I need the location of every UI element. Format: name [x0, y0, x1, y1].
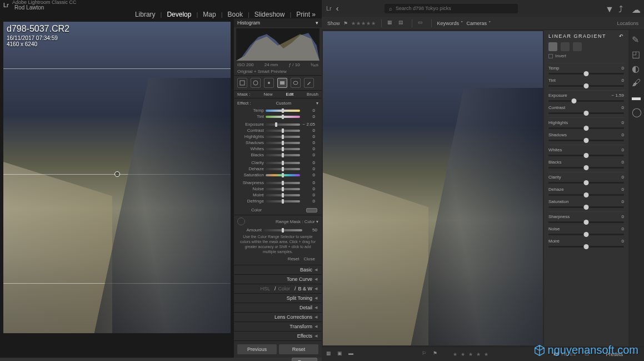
cc-slider-highlights[interactable]: [548, 127, 624, 129]
mask-brush[interactable]: Brush: [307, 92, 318, 97]
cloud-icon[interactable]: ☁: [632, 4, 640, 12]
done-button[interactable]: Done: [292, 358, 317, 361]
slider-dehaze[interactable]: [266, 168, 300, 170]
cc-slider-noise[interactable]: [548, 234, 624, 235]
cc-slider-shadows[interactable]: [548, 140, 624, 141]
slider-shadows[interactable]: [266, 142, 300, 144]
zoom-1to1[interactable]: 1:1: [570, 352, 576, 357]
cc-slider-temp[interactable]: [548, 73, 624, 75]
radial-tool[interactable]: [291, 78, 301, 88]
view-icon-2[interactable]: ▤: [398, 19, 406, 27]
histogram-header[interactable]: Histogram ▾: [234, 18, 322, 27]
cc-canvas[interactable]: [322, 30, 544, 347]
gradient-tool[interactable]: [277, 78, 287, 88]
panel-tone-curve[interactable]: Tone Curve◀: [234, 274, 322, 284]
slider-highlights[interactable]: [266, 136, 300, 138]
gradient-pin[interactable]: [114, 171, 120, 177]
cc-slider-sharpness[interactable]: [548, 221, 624, 223]
cc-slider-moiré[interactable]: [548, 246, 624, 248]
close-link[interactable]: Close: [304, 256, 315, 261]
cc-slider-clarity[interactable]: [548, 182, 624, 184]
eyedropper-icon[interactable]: [237, 217, 245, 225]
color-swatch[interactable]: [306, 208, 317, 212]
effect-preset[interactable]: Custom: [276, 101, 292, 106]
mask-edit[interactable]: Edit: [286, 92, 293, 97]
amount-slider[interactable]: [263, 229, 302, 231]
crop-tool[interactable]: [237, 78, 247, 88]
view-icon-3[interactable]: ▭: [418, 19, 426, 27]
nav-map[interactable]: Map: [200, 11, 218, 18]
panel-hsl---color---b---w[interactable]: HSL / Color / B & W◀: [234, 284, 322, 293]
slider-defringe[interactable]: [266, 200, 300, 202]
undo-icon[interactable]: ↶: [619, 33, 625, 39]
slider-clarity[interactable]: [266, 162, 300, 164]
nav-develop[interactable]: Develop: [164, 11, 194, 18]
panel-toggle-icon[interactable]: ▾: [316, 101, 318, 106]
filter-icon[interactable]: ▼: [605, 4, 613, 12]
crop-icon[interactable]: ◰: [632, 49, 641, 58]
radial-gradient-icon[interactable]: ◯: [632, 107, 641, 116]
detail-view-icon[interactable]: ▬: [348, 350, 356, 358]
panel-toggle-icon[interactable]: ▾: [316, 20, 318, 26]
cc-slider-exposure[interactable]: [548, 100, 624, 102]
search-input[interactable]: [396, 6, 513, 11]
cameras-dropdown[interactable]: Cameras ˅: [467, 21, 491, 26]
zoom-fit[interactable]: Fit: [553, 352, 558, 357]
flag-reject-icon[interactable]: ⚑: [433, 350, 441, 358]
heal-icon[interactable]: ◐: [632, 63, 641, 72]
rate-star[interactable]: ★: [468, 352, 473, 357]
invert-checkbox[interactable]: [548, 54, 553, 58]
slider-sharpness[interactable]: [266, 182, 300, 184]
star-filter[interactable]: ★★★★★: [351, 21, 376, 26]
zoom-fill[interactable]: Fill: [561, 352, 567, 357]
linear-gradient-icon[interactable]: ▬: [632, 92, 641, 101]
slider-exposure[interactable]: [266, 123, 300, 126]
canvas[interactable]: d798-5037.CR2 16/11/2017 07:34:59 4160 x…: [0, 18, 234, 358]
panel-split-toning[interactable]: Split Toning◀: [234, 293, 322, 303]
cc-slider-saturation[interactable]: [548, 206, 624, 208]
brush-mask-icon[interactable]: [561, 42, 570, 51]
brush-icon[interactable]: 🖌: [632, 78, 641, 87]
square-view-icon[interactable]: ▣: [337, 350, 345, 358]
panel-lens-corrections[interactable]: Lens Corrections◀: [234, 312, 322, 322]
before-after-icon[interactable]: ◫: [585, 350, 592, 358]
flag-pick-icon[interactable]: ⚐: [422, 350, 430, 358]
slider-blacks[interactable]: [266, 154, 300, 156]
search-field[interactable]: ⌕: [385, 4, 518, 13]
edit-icon[interactable]: ✎: [632, 34, 641, 43]
slider-tint[interactable]: [266, 116, 300, 118]
grid-view-icon[interactable]: ▦: [326, 350, 334, 358]
rate-star[interactable]: ★: [461, 352, 465, 357]
slider-contrast[interactable]: [266, 130, 300, 132]
cc-slider-blacks[interactable]: [548, 167, 624, 169]
nav-book[interactable]: Book: [225, 11, 246, 18]
reset-button[interactable]: Reset: [279, 344, 318, 354]
back-icon[interactable]: ‹: [336, 4, 339, 13]
share-icon[interactable]: ⤴: [618, 4, 626, 12]
cc-slider-tint[interactable]: [548, 85, 624, 87]
redeye-tool[interactable]: [264, 78, 274, 88]
previous-button[interactable]: Previous: [237, 344, 277, 354]
slider-saturation[interactable]: [266, 174, 300, 176]
nav-library[interactable]: Library: [132, 11, 158, 18]
slider-whites[interactable]: [266, 148, 300, 150]
presets-button[interactable]: Presets: [606, 352, 623, 357]
view-icon-1[interactable]: ▦: [387, 19, 395, 27]
rate-star[interactable]: ★: [453, 352, 457, 357]
panel-effects[interactable]: Effects◀: [234, 331, 322, 340]
reset-link[interactable]: Reset: [288, 256, 299, 261]
slider-temp[interactable]: [266, 110, 300, 112]
cc-slider-dehaze[interactable]: [548, 194, 624, 196]
flag-filter[interactable]: ⚑: [343, 21, 348, 26]
nav-print[interactable]: Print »: [293, 11, 318, 18]
slider-noise[interactable]: [266, 188, 300, 190]
eraser-mask-icon[interactable]: [573, 42, 582, 51]
locations-dropdown[interactable]: Locations: [617, 21, 638, 26]
invert-row[interactable]: Invert: [548, 53, 624, 58]
brush-tool[interactable]: [304, 78, 314, 88]
spot-tool[interactable]: [251, 78, 261, 88]
panel-transform[interactable]: Transform◀: [234, 322, 322, 331]
cc-slider-whites[interactable]: [548, 155, 624, 156]
panel-detail[interactable]: Detail◀: [234, 303, 322, 312]
panel-basic[interactable]: Basic◀: [234, 265, 322, 274]
